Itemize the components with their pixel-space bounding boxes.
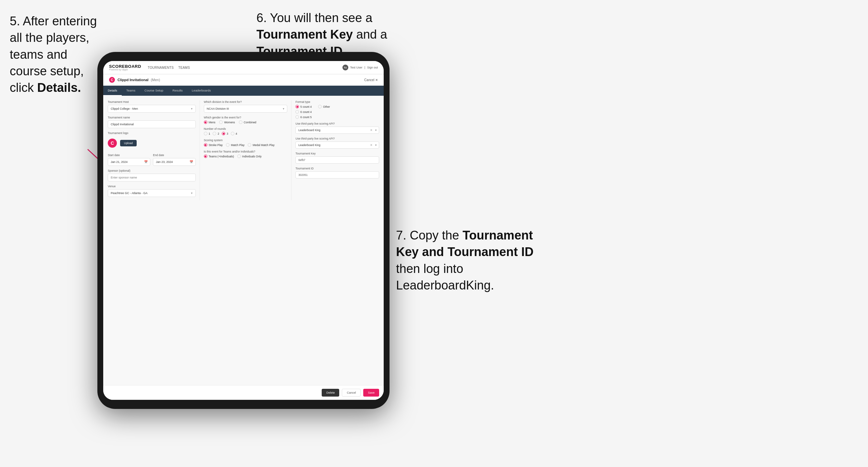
rounds-1-radio[interactable] <box>204 132 208 135</box>
gender-field: Which gender is the event for? Mens Wome… <box>204 116 288 124</box>
rounds-label: Number of rounds <box>204 127 288 130</box>
tab-details[interactable]: Details <box>103 86 122 96</box>
teams-plus-individuals-option[interactable]: Teams (+Individuals) <box>204 154 234 158</box>
tab-bar: Details Teams Course Setup Results Leade… <box>103 86 384 96</box>
tournament-logo-icon: C <box>109 77 115 83</box>
tournament-key-field: Tournament Key 6efb7 <box>296 152 379 163</box>
venue-label: Venue <box>108 185 196 188</box>
tournament-key-label: Tournament Key <box>296 152 379 155</box>
scoring-stroke-option[interactable]: Stroke Play <box>204 143 223 147</box>
api1-select-wrapper: ✕ ▼ <box>296 127 379 134</box>
tournament-host-select-wrapper: Clippd College - Men ▼ <box>108 105 196 113</box>
rounds-3-radio[interactable] <box>222 132 225 135</box>
brand-sub: Powered by clippd <box>109 68 141 71</box>
sponsor-label: Sponsor (optional) <box>108 169 196 172</box>
venue-field: Venue Peachtree GC - Atlanta - GA ▼ <box>108 185 196 197</box>
tournament-host-select[interactable]: Clippd College - Men <box>108 105 196 113</box>
api1-field: Use third-party live scoring API? ✕ ▼ <box>296 122 379 134</box>
gender-womens-option[interactable]: Womens <box>219 120 235 124</box>
nav-tournaments[interactable]: TOURNAMENTS <box>148 66 174 69</box>
sponsor-input[interactable] <box>108 174 196 181</box>
scoring-medal-radio[interactable] <box>248 143 251 147</box>
scoreboard-brand: SCOREBOARD Powered by clippd <box>109 64 141 71</box>
tab-results[interactable]: Results <box>168 86 187 96</box>
sign-out-link[interactable]: Sign out <box>367 66 378 69</box>
gender-combined-option[interactable]: Combined <box>239 120 256 124</box>
teams-field: Is this event for Teams and/or Individua… <box>204 150 288 158</box>
tab-leaderboards[interactable]: Leaderboards <box>187 86 216 96</box>
format-5count4-option[interactable]: 5 count 4 <box>296 105 312 108</box>
tournament-title-row: C Clippd Invitational (Men) <box>109 77 160 83</box>
nav-teams[interactable]: TEAMS <box>178 66 190 69</box>
venue-select[interactable]: Peachtree GC - Atlanta - GA <box>108 189 196 197</box>
format-6count5-radio[interactable] <box>296 115 299 119</box>
teams-radio-group: Teams (+Individuals) Individuals Only <box>204 154 288 158</box>
format-type-label: Format type <box>296 100 379 103</box>
api1-clear-icon[interactable]: ✕ <box>370 128 373 132</box>
api2-label: Use third-party live scoring API? <box>296 137 379 140</box>
scoring-match-option[interactable]: Match Play <box>226 143 244 147</box>
teams-plus-radio[interactable] <box>204 154 208 158</box>
end-date-wrapper: 📅 <box>153 158 195 166</box>
header-right: TU Test User | Sign out <box>342 65 378 70</box>
scoring-medal-option[interactable]: Medal Match Play <box>248 143 275 147</box>
gender-mens-radio[interactable] <box>204 120 208 124</box>
api2-clear-icon[interactable]: ✕ <box>370 144 373 147</box>
venue-select-wrapper: Peachtree GC - Atlanta - GA ▼ <box>108 189 196 197</box>
tournament-host-label: Tournament Host <box>108 100 196 103</box>
form-left-column: Tournament Host Clippd College - Men ▼ T… <box>108 100 196 200</box>
app-header: SCOREBOARD Powered by clippd TOURNAMENTS… <box>103 61 384 74</box>
end-date-label: End date <box>153 154 195 157</box>
brand-name: SCOREBOARD <box>109 64 141 68</box>
format-6count4-radio[interactable] <box>296 110 299 114</box>
tournament-name-input[interactable] <box>108 120 196 128</box>
individuals-only-option[interactable]: Individuals Only <box>237 154 261 158</box>
rounds-3-option[interactable]: 3 <box>222 132 228 135</box>
tournament-id-field: Tournament ID 302051 <box>296 167 379 179</box>
api1-input[interactable] <box>296 127 379 134</box>
tab-teams[interactable]: Teams <box>122 86 140 96</box>
tournament-name: Clippd Invitational (Men) <box>118 78 160 82</box>
rounds-2-option[interactable]: 2 <box>213 132 219 135</box>
tab-course-setup[interactable]: Course Setup <box>140 86 168 96</box>
scoring-stroke-radio[interactable] <box>204 143 208 147</box>
rounds-4-radio[interactable] <box>231 132 235 135</box>
gender-mens-option[interactable]: Mens <box>204 120 216 124</box>
rounds-field: Number of rounds 1 2 <box>204 127 288 135</box>
api2-input[interactable] <box>296 142 379 149</box>
main-nav: TOURNAMENTS TEAMS <box>148 66 336 69</box>
scoring-match-radio[interactable] <box>226 143 229 147</box>
tablet-screen: SCOREBOARD Powered by clippd TOURNAMENTS… <box>103 61 384 400</box>
tournament-id-value: 302051 <box>296 172 379 179</box>
tournament-key-value: 6efb7 <box>296 156 379 163</box>
format-6count4-option[interactable]: 6 count 4 <box>296 110 379 114</box>
tournament-name-field: Tournament name <box>108 116 196 128</box>
form-footer: Delete Cancel Save <box>103 385 384 400</box>
rounds-1-option[interactable]: 1 <box>204 132 210 135</box>
save-button[interactable]: Save <box>363 389 379 397</box>
end-date-field: End date 📅 <box>153 154 195 166</box>
upload-button[interactable]: Upload <box>120 140 137 146</box>
cancel-tournament-button[interactable]: Cancel ✕ <box>364 78 378 82</box>
format-other-option[interactable]: Other <box>318 105 330 108</box>
rounds-2-radio[interactable] <box>213 132 216 135</box>
rounds-radio-group: 1 2 3 4 <box>204 132 288 135</box>
scoring-field: Scoring system Stroke Play Match Play <box>204 138 288 147</box>
division-select[interactable]: NCAA Division III <box>204 105 288 113</box>
gender-womens-radio[interactable] <box>219 120 223 124</box>
cancel-button[interactable]: Cancel <box>342 389 361 397</box>
individuals-only-radio[interactable] <box>237 154 241 158</box>
main-content: Tournament Host Clippd College - Men ▼ T… <box>103 96 384 385</box>
sponsor-field: Sponsor (optional) <box>108 169 196 181</box>
delete-button[interactable]: Delete <box>322 389 339 397</box>
gender-combined-radio[interactable] <box>239 120 243 124</box>
division-field: Which division is the event for? NCAA Di… <box>204 100 288 113</box>
logo-upload-area: C Upload <box>108 136 196 150</box>
scoring-label: Scoring system <box>204 138 288 142</box>
format-6count5-option[interactable]: 6 count 5 <box>296 115 379 119</box>
format-other-radio[interactable] <box>318 105 322 108</box>
annotation-bottom-right: 7. Copy the Tournament Key and Tournamen… <box>396 227 542 294</box>
rounds-4-option[interactable]: 4 <box>231 132 237 135</box>
annotation-left: 5. After entering all the players, teams… <box>10 13 101 96</box>
format-5count4-radio[interactable] <box>296 105 299 108</box>
